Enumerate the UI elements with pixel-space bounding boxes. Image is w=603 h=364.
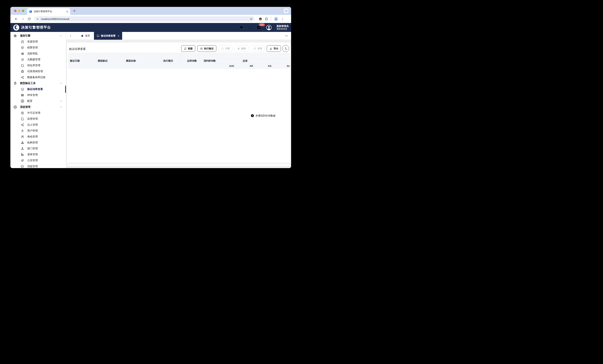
col-next-auc: AUC — [273, 63, 290, 69]
divider — [271, 17, 271, 21]
sidebar-menu: 规则引擎资源管理权限管理流程审批元数据管理特征库管理试算用例管理数据备份和迁移模… — [10, 32, 66, 168]
group-next-group — [273, 58, 290, 63]
sidebar-group-model-validation-tools[interactable]: 模型验证工具 — [10, 80, 66, 86]
sidebar-item-legal-entity-management[interactable]: 法人管理 — [10, 122, 66, 128]
sidebar-item-announcement-management[interactable]: 公告管理 — [10, 158, 66, 163]
back-button[interactable] — [14, 17, 18, 21]
collapse-sidebar-icon[interactable] — [70, 34, 73, 38]
view-icon — [253, 47, 256, 50]
message-count-badge: 120 — [259, 23, 265, 26]
forward-button[interactable] — [21, 17, 24, 21]
empty-state: 未查找到任何数据 — [251, 114, 276, 117]
tab-home-label: 首页 — [85, 34, 90, 37]
sidebar-item-user-management[interactable]: 用户管理 — [10, 128, 66, 134]
sidebar-item-message-management[interactable]: 消息管理 — [10, 163, 66, 168]
toolbar-buttons: 刷新执行验证详情删除查看导出 — [181, 45, 281, 52]
sidebar-item-permission-management[interactable]: 权限管理 — [10, 45, 66, 51]
chevron-up-icon — [60, 82, 62, 85]
info-icon — [251, 114, 254, 117]
search-icon[interactable] — [240, 25, 244, 30]
sidebar-item-validation-result-view[interactable]: 验证结果查看 — [10, 86, 66, 92]
sidebar-item-feature-library-management[interactable]: 特征库管理 — [10, 63, 66, 68]
app-title: 决策引擎管理平台 — [21, 25, 51, 30]
view-button: 查看 — [251, 45, 265, 52]
chevron-down-icon — [285, 10, 288, 12]
tab-search-button[interactable] — [284, 8, 289, 13]
close-tab-icon[interactable] — [117, 35, 120, 37]
close-window-button[interactable] — [14, 10, 17, 12]
user-icon — [21, 129, 24, 133]
sidebar-item-organization-management[interactable]: 机构管理 — [10, 140, 66, 146]
sidebar-item-application-management[interactable]: 应用管理 — [10, 116, 66, 122]
tab-home[interactable]: 首页 — [77, 32, 94, 40]
reload-button[interactable] — [27, 17, 31, 21]
sidebar-item-trial-case-management[interactable]: 试算用例管理 — [10, 68, 66, 74]
extensions-puzzle-icon[interactable] — [265, 17, 268, 21]
sidebar-item-data-backup-migration[interactable]: 数据备份和迁移 — [10, 74, 66, 80]
browser-tab[interactable]: 决策引擎管理平台 — [27, 8, 70, 15]
site-info-icon[interactable] — [35, 17, 40, 21]
url-text: localhost:8080/#/mv/result — [41, 18, 250, 20]
home-icon — [81, 34, 84, 37]
sidebar-group-system-management[interactable]: 系统管理 — [10, 104, 66, 110]
refresh-button[interactable]: 刷新 — [181, 45, 195, 52]
minimize-window-button[interactable] — [18, 10, 20, 12]
screen: 决策引擎管理平台 localhost:8080/#/mv/result — [0, 0, 302, 182]
messages-button[interactable]: 120 — [257, 25, 261, 30]
url-bar[interactable]: localhost:8080/#/mv/result — [34, 16, 255, 22]
org-small-icon — [21, 147, 24, 150]
col-overall-ar: AR — [236, 63, 255, 69]
col-validation-date: 验证日期 — [69, 53, 96, 69]
user-info[interactable]: 系统管理员 系统管理员 — [277, 25, 289, 30]
active-indicator — [65, 86, 66, 93]
user-settings-button[interactable] — [282, 45, 289, 52]
chat-dots-icon — [21, 165, 24, 168]
tab-options-menu[interactable] — [284, 34, 289, 37]
sidebar-item-role-management[interactable]: 角色管理 — [10, 134, 66, 140]
sidebar-item-configuration[interactable]: 配置 — [10, 98, 66, 104]
new-tab-button[interactable] — [73, 9, 76, 12]
result-table-wrap: 验证日期模型标识模型名称执行模式总样本数违约样本数总体AUCARKSAUC 未查… — [68, 53, 290, 163]
content-area: 首页 验证结果查看 验证结果查看 刷新执行验证详情删除查看导出 — [66, 32, 291, 168]
user-name: 系统管理员 — [277, 25, 289, 28]
zoom-window-button[interactable] — [22, 10, 24, 12]
play-circle-icon — [200, 47, 203, 50]
sidebar-item-metadata-management[interactable]: 元数据管理 — [10, 57, 66, 63]
sidebar-group-rule-engine[interactable]: 规则引擎 — [10, 33, 66, 39]
sidebar-item-resource-management[interactable]: 资源管理 — [10, 39, 66, 45]
fullscreen-icon[interactable] — [248, 25, 252, 30]
col-overall-ks: KS — [255, 63, 273, 69]
horizontal-scrollbar-track[interactable] — [67, 164, 290, 166]
col-execution-mode: 执行模式 — [162, 53, 181, 69]
window-controls — [14, 10, 24, 12]
extension-dark-icon[interactable] — [259, 17, 262, 21]
sidebar-item-license-management[interactable]: 许可证管理 — [10, 110, 66, 116]
users-icon — [21, 135, 24, 138]
browser-menu-icon[interactable] — [281, 17, 284, 21]
user-gear-icon — [284, 47, 287, 50]
tab-validation-result[interactable]: 验证结果查看 — [94, 32, 122, 40]
user-avatar[interactable] — [266, 25, 272, 30]
bag-check-icon — [13, 82, 17, 85]
browser-profile-avatar[interactable] — [274, 17, 278, 21]
clover-icon — [13, 34, 17, 37]
empty-text: 未查找到任何数据 — [255, 114, 276, 117]
sidebar-item-sample-management[interactable]: 样本管理 — [10, 92, 66, 98]
wallet-icon — [21, 40, 24, 43]
details-button: 详情 — [218, 45, 232, 52]
user-role: 系统管理员 — [277, 28, 289, 30]
org-icon — [21, 141, 24, 144]
page-title: 验证结果查看 — [69, 47, 86, 51]
tab-validation-result-label: 验证结果查看 — [101, 34, 116, 37]
execute-validation-button[interactable]: 执行验证 — [197, 45, 216, 52]
export-button[interactable]: 导出 — [267, 45, 281, 52]
chevron-up-icon — [60, 106, 62, 108]
sidebar-item-menu-management[interactable]: 菜单管理 — [10, 152, 66, 158]
col-model-name: 模型名称 — [125, 53, 162, 69]
monitor-icon — [221, 47, 224, 50]
close-tab-icon[interactable] — [66, 10, 68, 13]
sidebar-item-process-approval[interactable]: 流程审批 — [10, 51, 66, 57]
bookmark-star-icon[interactable] — [250, 17, 253, 20]
browser-window: 决策引擎管理平台 localhost:8080/#/mv/result — [10, 7, 291, 168]
sidebar-item-department-management[interactable]: 部门管理 — [10, 146, 66, 152]
